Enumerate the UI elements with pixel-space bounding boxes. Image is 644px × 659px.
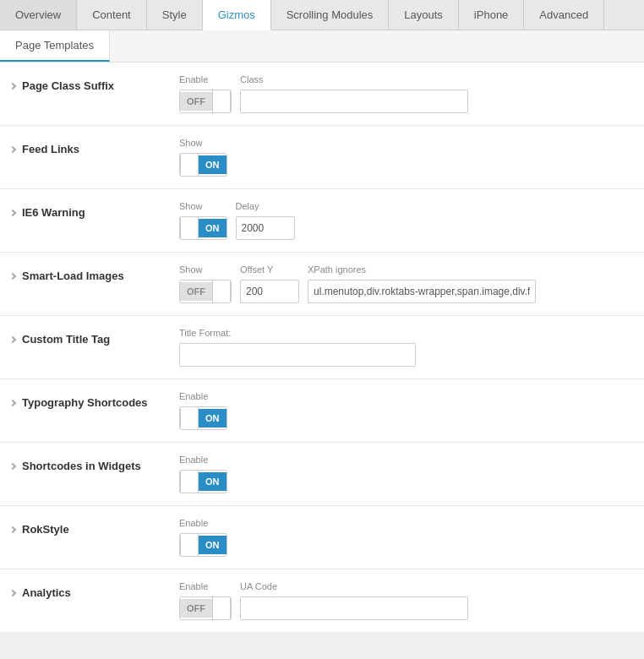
controls-shortcodes: Enable ON bbox=[179, 455, 634, 493]
controls-feed-links: Show ON bbox=[179, 138, 634, 177]
enable-group-analytics: Enable OFF bbox=[179, 581, 232, 620]
title-format-group: Title Format: bbox=[179, 328, 634, 367]
enable-group-rokstyle: Enable ON bbox=[179, 518, 227, 557]
offset-input[interactable] bbox=[240, 280, 299, 303]
toggle-slider-smart bbox=[212, 280, 231, 302]
toggle-slider-page-class bbox=[212, 90, 231, 112]
toggle-off-analytics[interactable]: OFF bbox=[180, 599, 212, 618]
toggle-slider-analytics bbox=[212, 597, 231, 619]
tab-iphone[interactable]: iPhone bbox=[459, 0, 524, 30]
ua-input[interactable] bbox=[240, 596, 468, 620]
offset-group: Offset Y bbox=[240, 264, 299, 303]
ua-label: UA Code bbox=[240, 581, 468, 591]
label-feed-links: Feed Links bbox=[10, 138, 179, 155]
tab-style[interactable]: Style bbox=[147, 0, 203, 30]
xpath-input[interactable] bbox=[308, 280, 536, 303]
show-group-ie6: Show ON bbox=[179, 201, 227, 240]
delay-input[interactable] bbox=[236, 216, 295, 240]
toggle-slider-typography bbox=[180, 407, 199, 429]
row-feed-links: Feed Links Show ON bbox=[0, 126, 644, 189]
tab-overview[interactable]: Overview bbox=[0, 0, 77, 30]
tab-advanced[interactable]: Advanced bbox=[524, 0, 604, 30]
toggle-on-feed[interactable]: ON bbox=[199, 155, 226, 174]
controls-custom-title: Title Format: bbox=[179, 328, 634, 367]
label-custom-title-tag: Custom Title Tag bbox=[10, 328, 179, 346]
offset-label: Offset Y bbox=[240, 264, 299, 275]
content-area: Page Class Suffix Enable OFF Class Feed … bbox=[0, 63, 644, 632]
controls-smart-load: Show OFF Offset Y XPath ignores bbox=[179, 264, 634, 303]
label-shortcodes-widgets: Shortcodes in Widgets bbox=[10, 455, 179, 472]
tab-content[interactable]: Content bbox=[77, 0, 147, 30]
tab-gizmos[interactable]: Gizmos bbox=[203, 0, 271, 30]
label-rokstyle: RokStyle bbox=[10, 518, 179, 536]
row-page-class-suffix: Page Class Suffix Enable OFF Class bbox=[0, 63, 644, 126]
sub-tab-bar: Page Templates bbox=[0, 30, 644, 63]
row-custom-title-tag: Custom Title Tag Title Format: bbox=[0, 316, 644, 379]
toggle-slider-ie6 bbox=[180, 217, 199, 239]
toggle-slider-feed bbox=[180, 154, 199, 176]
title-format-label: Title Format: bbox=[179, 328, 634, 338]
toggle-slider-shortcodes bbox=[180, 471, 199, 493]
toggle-on-rokstyle[interactable]: ON bbox=[199, 536, 226, 554]
toggle-typography[interactable]: ON bbox=[179, 406, 227, 430]
controls-analytics: Enable OFF UA Code bbox=[179, 581, 634, 620]
controls-rokstyle: Enable ON bbox=[179, 518, 634, 557]
title-format-input[interactable] bbox=[179, 343, 416, 367]
sub-tab-page-templates[interactable]: Page Templates bbox=[0, 30, 110, 62]
controls-ie6-warning: Show ON Delay bbox=[179, 201, 634, 240]
delay-group: Delay bbox=[236, 201, 295, 240]
tab-bar: Overview Content Style Gizmos Scrolling … bbox=[0, 0, 644, 30]
enable-label-shortcodes: Enable bbox=[179, 455, 227, 465]
class-input[interactable] bbox=[240, 90, 468, 113]
toggle-off-smart[interactable]: OFF bbox=[180, 282, 212, 301]
toggle-smart-load[interactable]: OFF bbox=[179, 280, 232, 303]
ua-group: UA Code bbox=[240, 581, 468, 620]
label-smart-load: Smart-Load Images bbox=[10, 264, 179, 282]
row-rokstyle: RokStyle Enable ON bbox=[0, 506, 644, 569]
label-analytics: Analytics bbox=[10, 581, 179, 599]
toggle-on-shortcodes[interactable]: ON bbox=[199, 472, 226, 491]
toggle-ie6[interactable]: ON bbox=[179, 216, 227, 240]
row-ie6-warning: IE6 Warning Show ON Delay bbox=[0, 189, 644, 253]
toggle-slider-rokstyle bbox=[180, 534, 199, 556]
label-ie6-warning: IE6 Warning bbox=[10, 201, 179, 219]
toggle-rokstyle[interactable]: ON bbox=[179, 533, 227, 557]
enable-group-shortcodes: Enable ON bbox=[179, 455, 227, 493]
show-label-ie6: Show bbox=[179, 201, 227, 211]
toggle-on-typography[interactable]: ON bbox=[199, 409, 226, 428]
label-typography-shortcodes: Typography Shortcodes bbox=[10, 391, 179, 409]
class-group: Class bbox=[240, 74, 468, 113]
enable-label-analytics: Enable bbox=[179, 581, 232, 591]
tab-layouts[interactable]: Layouts bbox=[389, 0, 459, 30]
enable-label-typography: Enable bbox=[179, 391, 227, 401]
row-typography-shortcodes: Typography Shortcodes Enable ON bbox=[0, 379, 644, 443]
toggle-page-class[interactable]: OFF bbox=[179, 90, 232, 113]
toggle-shortcodes[interactable]: ON bbox=[179, 470, 227, 493]
show-label-smart: Show bbox=[179, 264, 232, 275]
enable-group-typography: Enable ON bbox=[179, 391, 227, 430]
enable-group-page-class: Enable OFF bbox=[179, 74, 232, 113]
delay-label: Delay bbox=[236, 201, 295, 211]
label-page-class-suffix: Page Class Suffix bbox=[10, 74, 179, 92]
enable-label-rokstyle: Enable bbox=[179, 518, 227, 528]
toggle-on-ie6[interactable]: ON bbox=[199, 219, 226, 237]
row-shortcodes-widgets: Shortcodes in Widgets Enable ON bbox=[0, 443, 644, 506]
show-group-feed: Show ON bbox=[179, 138, 227, 177]
xpath-group: XPath ignores bbox=[308, 264, 536, 303]
show-group-smart: Show OFF bbox=[179, 264, 232, 303]
controls-page-class-suffix: Enable OFF Class bbox=[179, 74, 634, 113]
class-label: Class bbox=[240, 74, 468, 84]
toggle-off-page-class[interactable]: OFF bbox=[180, 92, 212, 111]
tab-scrolling-modules[interactable]: Scrolling Modules bbox=[271, 0, 390, 30]
show-label-feed: Show bbox=[179, 138, 227, 148]
toggle-analytics[interactable]: OFF bbox=[179, 596, 232, 620]
controls-typography: Enable ON bbox=[179, 391, 634, 430]
enable-label-page-class: Enable bbox=[179, 74, 232, 84]
xpath-label: XPath ignores bbox=[308, 264, 536, 275]
row-analytics: Analytics Enable OFF UA Code bbox=[0, 569, 644, 632]
toggle-feed-links[interactable]: ON bbox=[179, 153, 227, 177]
row-smart-load: Smart-Load Images Show OFF Offset Y XPat… bbox=[0, 253, 644, 316]
